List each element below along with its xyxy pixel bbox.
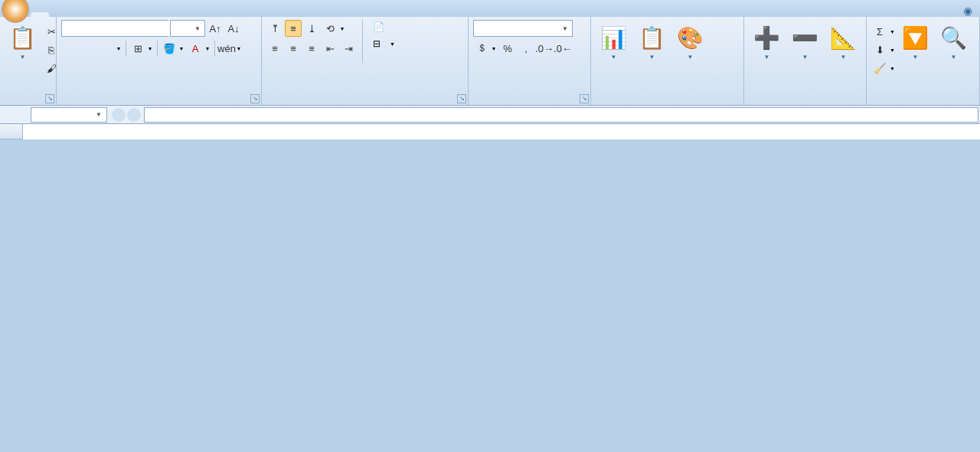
increase-decimal-button[interactable]: .0→	[536, 40, 553, 57]
group-label-cells	[747, 102, 863, 105]
fill-button[interactable]: ⬇	[871, 41, 888, 58]
merge-icon: ⊟	[373, 38, 381, 49]
chevron-down-icon[interactable]: ▼	[192, 25, 203, 32]
chevron-down-icon: ▼	[611, 54, 617, 61]
formula-bar: ▼	[0, 106, 980, 124]
align-left-button[interactable]: ≡	[266, 40, 283, 57]
group-cells: ➕ ▼ ➖ ▼ 📐 ▼	[744, 17, 867, 105]
orientation-dropdown[interactable]: ▼	[338, 20, 346, 37]
font-name-combo[interactable]: ▼	[61, 20, 168, 37]
fill-color-button[interactable]: 🪣	[161, 40, 178, 57]
conditional-format-button[interactable]: 📊 ▼	[596, 20, 632, 62]
chevron-down-icon: ▼	[20, 54, 26, 61]
find-icon: 🔍	[940, 21, 967, 54]
align-top-button[interactable]: ⤒	[266, 20, 283, 37]
ribbon-tabs: ◉	[0, 0, 980, 17]
table-format-button[interactable]: 📋 ▼	[634, 20, 670, 62]
paste-button[interactable]: 📋 ▼	[5, 20, 41, 62]
paste-icon: 📋	[9, 21, 36, 54]
group-styles: 📊 ▼ 📋 ▼ 🎨 ▼	[591, 17, 744, 105]
chevron-down-icon: ▼	[912, 54, 918, 61]
currency-dropdown[interactable]: ▼	[490, 40, 498, 57]
font-color-button[interactable]: A	[187, 40, 204, 57]
chevron-down-icon: ▼	[802, 54, 808, 61]
chevron-down-icon: ▼	[688, 54, 694, 61]
insert-cells-button[interactable]: ➕ ▼	[749, 20, 785, 62]
percent-button[interactable]: %	[499, 40, 516, 57]
chevron-down-icon: ▼	[841, 54, 847, 61]
merge-center-button[interactable]: ⊟ ▼	[368, 37, 400, 51]
cancel-formula-button[interactable]	[112, 108, 126, 122]
group-alignment: ⤒ ≡ ⤓ ⟲▼ ≡ ≡ ≡ ⇤ ⇥ 📄	[262, 17, 469, 105]
phonetic-dropdown[interactable]: ▼	[235, 40, 243, 57]
delete-icon: ➖	[792, 21, 818, 54]
underline-dropdown[interactable]: ▼	[115, 40, 122, 57]
chevron-down-icon: ▼	[764, 54, 770, 61]
align-bottom-button[interactable]: ⤓	[303, 20, 320, 37]
group-editing: Σ▼ ⬇▼ 🧹▼ 🔽 ▼ 🔍 ▼	[867, 17, 980, 105]
underline-button[interactable]	[98, 40, 115, 57]
font-launcher[interactable]: ↘	[250, 94, 260, 103]
group-label-number	[472, 102, 587, 105]
cond-format-icon: 📊	[600, 21, 627, 54]
chevron-down-icon: ▼	[950, 54, 956, 61]
cell-styles-button[interactable]: 🎨 ▼	[672, 20, 708, 62]
bold-button[interactable]	[61, 40, 78, 57]
cell-styles-icon: 🎨	[677, 21, 704, 54]
merge-dropdown[interactable]: ▼	[390, 41, 395, 47]
enter-formula-button[interactable]	[127, 108, 141, 122]
chevron-down-icon[interactable]: ▼	[560, 25, 570, 32]
ribbon: 📋 ▼ ✂ ⎘ 🖌 ↘ ▼ ▼ A	[0, 17, 980, 106]
italic-button[interactable]	[80, 40, 96, 57]
border-dropdown[interactable]: ▼	[146, 40, 154, 57]
increase-indent-button[interactable]: ⇥	[340, 40, 357, 57]
group-font: ▼ ▼ A↑ A↓ ▼ ⊞▼ 🪣▼ A▼	[57, 17, 262, 105]
number-launcher[interactable]: ↘	[580, 94, 589, 103]
help-icon[interactable]: ◉	[963, 5, 972, 17]
format-cells-button[interactable]: 📐 ▼	[825, 20, 861, 62]
comma-button[interactable]: ,	[518, 40, 534, 57]
autosum-dropdown[interactable]: ▼	[890, 29, 895, 34]
formula-input-area[interactable]	[144, 107, 978, 123]
select-all-corner[interactable]	[0, 124, 23, 139]
number-format-combo[interactable]: ▼	[473, 20, 573, 37]
shrink-font-button[interactable]: A↓	[225, 20, 242, 37]
clear-button[interactable]: 🧹	[871, 60, 888, 77]
group-label-font	[60, 102, 258, 105]
wrap-text-button[interactable]: 📄	[368, 20, 400, 34]
group-label-align	[265, 102, 465, 105]
group-clipboard: 📋 ▼ ✂ ⎘ 🖌 ↘	[0, 17, 57, 105]
autosum-button[interactable]: Σ	[871, 23, 888, 40]
group-label-editing	[870, 102, 976, 105]
phonetic-button[interactable]: wén	[218, 40, 235, 57]
align-right-button[interactable]: ≡	[303, 40, 320, 57]
insert-icon: ➕	[753, 21, 780, 54]
font-size-input[interactable]	[171, 21, 192, 36]
grow-font-button[interactable]: A↑	[207, 20, 224, 37]
name-box[interactable]: ▼	[31, 107, 107, 123]
decrease-decimal-button[interactable]: .0←	[554, 40, 571, 57]
spreadsheet	[0, 124, 980, 139]
align-center-button[interactable]: ≡	[285, 40, 302, 57]
font-size-combo[interactable]: ▼	[170, 20, 205, 37]
border-button[interactable]: ⊞	[129, 40, 146, 57]
sort-filter-button[interactable]: 🔽 ▼	[897, 20, 933, 62]
clipboard-launcher[interactable]: ↘	[45, 94, 54, 103]
clear-dropdown[interactable]: ▼	[890, 66, 895, 71]
format-icon: 📐	[830, 21, 857, 54]
decrease-indent-button[interactable]: ⇤	[322, 40, 338, 57]
orientation-button[interactable]: ⟲	[322, 20, 338, 37]
font-name-input[interactable]	[62, 21, 183, 36]
find-select-button[interactable]: 🔍 ▼	[936, 20, 972, 62]
font-color-dropdown[interactable]: ▼	[204, 40, 211, 57]
fill-color-dropdown[interactable]: ▼	[178, 40, 185, 57]
align-middle-button[interactable]: ≡	[285, 20, 302, 37]
currency-button[interactable]: ＄	[473, 40, 490, 57]
align-launcher[interactable]: ↘	[457, 94, 466, 103]
chevron-down-icon: ▼	[649, 54, 655, 61]
fill-dropdown[interactable]: ▼	[890, 47, 895, 53]
number-format-input[interactable]	[474, 21, 560, 36]
delete-cells-button[interactable]: ➖ ▼	[787, 20, 823, 62]
wrap-icon: 📄	[373, 21, 384, 32]
chevron-down-icon[interactable]: ▼	[96, 111, 102, 118]
